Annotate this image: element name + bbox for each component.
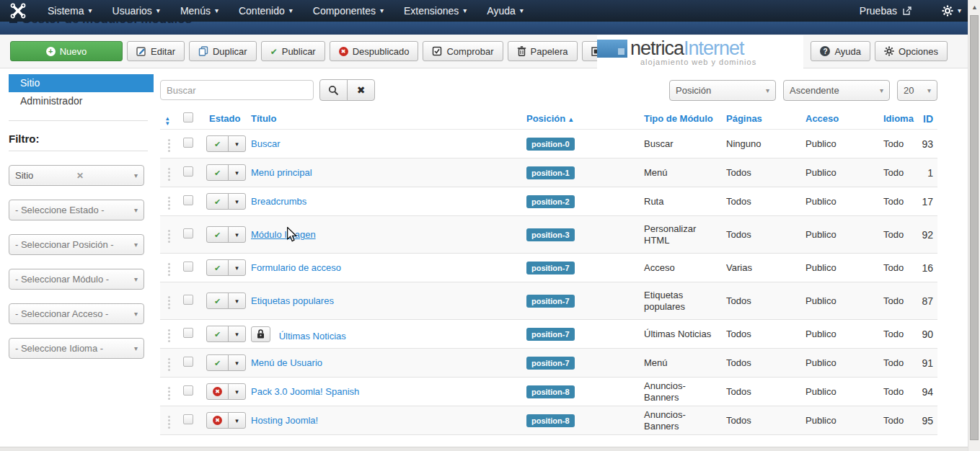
- column-header-idioma[interactable]: Idioma: [873, 113, 913, 124]
- sort-direction-select[interactable]: Ascendente ▾: [783, 80, 890, 101]
- filter-module-select[interactable]: - Seleccionar Módulo - ▾: [9, 269, 144, 290]
- drag-handle-icon[interactable]: [168, 200, 170, 202]
- drag-handle-icon[interactable]: [168, 171, 170, 174]
- filter-language-select[interactable]: - Seleccione Idioma - ▾: [9, 338, 144, 359]
- position-badge: position-8: [526, 414, 575, 427]
- publish-button[interactable]: Publicar: [261, 41, 325, 61]
- status-toggle-button[interactable]: [206, 412, 229, 429]
- module-title-link[interactable]: Formulario de acceso: [251, 262, 341, 273]
- sidebar-item-sitio[interactable]: Sitio: [9, 74, 154, 92]
- menu-item-contenido[interactable]: Contenido▾: [229, 0, 303, 22]
- unpublish-button[interactable]: Despublicado: [330, 41, 419, 61]
- row-checkbox[interactable]: [183, 195, 193, 205]
- scroll-up-arrow-icon[interactable]: [971, 4, 978, 11]
- search-input[interactable]: [160, 80, 314, 100]
- vertical-scrollbar[interactable]: [968, 0, 980, 451]
- row-checkbox[interactable]: [183, 414, 193, 424]
- help-button[interactable]: Ayuda: [811, 41, 870, 61]
- menu-item-sistema[interactable]: Sistema▾: [37, 0, 102, 22]
- sidebar-item-administrador[interactable]: Administrador: [9, 92, 154, 110]
- checkin-button[interactable]: Comprobar: [423, 41, 503, 61]
- menu-item-menus[interactable]: Menús▾: [170, 0, 229, 22]
- drag-handle-icon[interactable]: [168, 143, 170, 145]
- status-toggle-button[interactable]: [206, 193, 229, 210]
- column-header-estado[interactable]: Estado: [203, 113, 251, 124]
- search-button[interactable]: [319, 79, 348, 101]
- filter-position-select[interactable]: - Seleccionar Posición - ▾: [9, 234, 144, 255]
- options-button[interactable]: Opciones: [875, 41, 948, 61]
- status-toggle-button[interactable]: [206, 259, 229, 276]
- status-toggle-button[interactable]: [206, 226, 229, 243]
- status-dropdown-button[interactable]: ▾: [228, 326, 246, 342]
- module-title-link[interactable]: Etiquetas populares: [251, 295, 334, 306]
- status-toggle-button[interactable]: [206, 293, 229, 309]
- menu-item-componentes[interactable]: Componentes▾: [303, 0, 394, 22]
- row-checkbox[interactable]: [183, 328, 193, 338]
- trash-button[interactable]: Papelera: [508, 41, 578, 61]
- status-toggle-button[interactable]: [206, 354, 229, 371]
- module-title-link[interactable]: Últimas Noticias: [279, 330, 346, 341]
- sort-field-select[interactable]: Posición ▾: [669, 80, 776, 101]
- column-header-paginas[interactable]: Páginas: [716, 113, 795, 124]
- status-dropdown-button[interactable]: ▾: [228, 226, 246, 243]
- drag-handle-icon[interactable]: [168, 362, 170, 364]
- row-checkbox[interactable]: [183, 262, 193, 272]
- select-all-checkbox[interactable]: [183, 112, 193, 122]
- drag-handle-icon[interactable]: [168, 233, 170, 236]
- drag-handle-icon[interactable]: [168, 333, 170, 335]
- status-dropdown-button[interactable]: ▾: [228, 259, 246, 276]
- row-checkbox[interactable]: [183, 138, 193, 148]
- row-checkbox[interactable]: [183, 385, 193, 396]
- menu-item-extensiones[interactable]: Extensiones▾: [394, 0, 477, 22]
- status-dropdown-button[interactable]: ▾: [228, 354, 246, 371]
- column-header-titulo[interactable]: Título: [251, 113, 514, 124]
- module-title-link[interactable]: Módulo Imagen: [251, 229, 316, 240]
- drag-handle-icon[interactable]: [168, 267, 170, 269]
- module-title-link[interactable]: Hosting Joomla!: [251, 415, 318, 426]
- menu-item-ayuda[interactable]: Ayuda▾: [477, 0, 533, 22]
- column-header-tipo[interactable]: Tipo de Módulo: [634, 113, 716, 124]
- status-toggle-button[interactable]: [206, 383, 229, 400]
- status-dropdown-button[interactable]: ▾: [228, 135, 246, 152]
- scrollbar-thumb[interactable]: [970, 15, 979, 440]
- drag-handle-icon[interactable]: [168, 300, 170, 302]
- status-toggle-button[interactable]: [206, 326, 229, 342]
- module-title-link[interactable]: Breadcrumbs: [251, 196, 306, 207]
- row-checkbox[interactable]: [183, 295, 193, 305]
- row-checkbox[interactable]: [183, 357, 193, 367]
- filter-status-select[interactable]: - Seleccione Estado - ▾: [9, 200, 144, 220]
- clear-search-button[interactable]: [347, 79, 375, 101]
- admin-user-menu[interactable]: ▾: [933, 0, 970, 22]
- row-checkbox[interactable]: [183, 166, 193, 177]
- status-dropdown-button[interactable]: ▾: [228, 383, 246, 400]
- menu-item-usuarios[interactable]: Usuarios▾: [102, 0, 170, 22]
- help-button-label: Ayuda: [834, 46, 861, 57]
- status-toggle-button[interactable]: [206, 164, 229, 181]
- module-title-link[interactable]: Menú de Usuario: [251, 357, 322, 368]
- filter-client-select[interactable]: Sitio ▾: [9, 165, 144, 186]
- status-dropdown-button[interactable]: ▾: [228, 293, 246, 309]
- column-header-posicion[interactable]: Posición: [514, 113, 634, 124]
- status-dropdown-button[interactable]: ▾: [228, 412, 246, 429]
- list-limit-select[interactable]: 20 ▾: [897, 80, 937, 101]
- column-header-acceso[interactable]: Acceso: [795, 113, 873, 124]
- ordering-sort-icon[interactable]: [166, 116, 169, 126]
- site-preview-link[interactable]: Pruebas: [851, 0, 920, 22]
- drag-handle-icon[interactable]: [168, 390, 170, 393]
- module-title-link[interactable]: Buscar: [251, 138, 280, 149]
- column-header-id[interactable]: ID: [913, 113, 937, 125]
- module-title-link[interactable]: Menú principal: [251, 167, 312, 178]
- module-title-link[interactable]: Pack 3.0 Joomla! Spanish: [251, 386, 359, 397]
- filter-access-select[interactable]: - Seleccionar Acceso - ▾: [9, 303, 144, 324]
- position-badge: position-7: [526, 357, 575, 370]
- new-button[interactable]: Nuevo: [10, 41, 123, 61]
- edit-button[interactable]: Editar: [127, 41, 185, 61]
- lock-icon[interactable]: [251, 326, 270, 342]
- status-toggle-button[interactable]: [206, 135, 229, 152]
- clear-filter-icon[interactable]: [76, 171, 91, 181]
- status-dropdown-button[interactable]: ▾: [228, 193, 246, 210]
- row-checkbox[interactable]: [183, 228, 193, 238]
- duplicate-button[interactable]: Duplicar: [189, 41, 257, 61]
- status-dropdown-button[interactable]: ▾: [228, 164, 246, 181]
- drag-handle-icon[interactable]: [168, 419, 170, 421]
